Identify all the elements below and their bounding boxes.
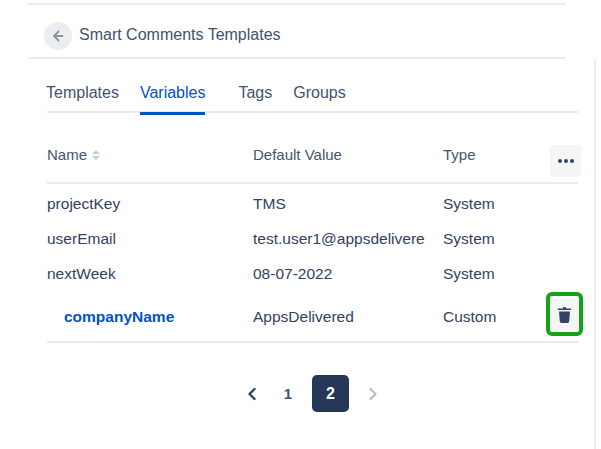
table-bottom-divider (47, 341, 578, 343)
variable-default-value: TMS (253, 195, 443, 213)
chevron-right-icon (365, 386, 381, 402)
variable-default-value: AppsDelivered (253, 308, 443, 326)
more-options-button[interactable] (550, 145, 581, 177)
variable-type: System (443, 265, 540, 283)
tabs-baseline (47, 111, 578, 113)
variable-type: System (443, 230, 540, 248)
tab-variables[interactable]: Variables (140, 84, 206, 115)
smart-comments-templates-panel: Smart Comments Templates Templates Varia… (0, 0, 601, 449)
chevron-left-icon (244, 386, 260, 402)
variable-name: projectKey (47, 195, 253, 213)
variable-name: nextWeek (47, 265, 253, 283)
page-title: Smart Comments Templates (79, 26, 281, 44)
variable-default-value: test.user1@appsdelivere (253, 230, 443, 248)
sort-arrows-icon[interactable] (92, 150, 100, 160)
variable-default-value: 08-07-2022 (253, 265, 443, 283)
table-header-row: Name Default Value Type (47, 146, 540, 163)
page-button-2-current[interactable]: 2 (312, 375, 349, 412)
ellipsis-icon (558, 159, 574, 163)
table-row: nextWeek 08-07-2022 System (47, 262, 540, 286)
table-row: companyName AppsDelivered Custom (47, 299, 540, 335)
variable-name-link[interactable]: companyName (64, 308, 174, 325)
back-button[interactable] (44, 22, 72, 50)
variable-type: Custom (443, 308, 540, 326)
table-row: projectKey TMS System (47, 192, 540, 216)
previous-page-button[interactable] (240, 382, 264, 406)
column-header-default-value: Default Value (253, 146, 443, 163)
table-header-divider (47, 182, 578, 184)
trash-icon (557, 307, 572, 323)
arrow-left-icon (49, 27, 67, 45)
variable-type: System (443, 195, 540, 213)
top-border (28, 3, 566, 5)
pagination: 1 2 (240, 375, 385, 412)
column-header-name[interactable]: Name (47, 146, 87, 163)
next-page-button[interactable] (361, 382, 385, 406)
page-button-1[interactable]: 1 (276, 385, 300, 402)
variable-name: userEmail (47, 230, 253, 248)
panel-right-edge (594, 60, 596, 449)
header-divider (28, 57, 566, 59)
column-header-type: Type (443, 146, 540, 163)
delete-variable-button[interactable] (550, 299, 579, 330)
table-row: userEmail test.user1@appsdelivere System (47, 227, 540, 251)
